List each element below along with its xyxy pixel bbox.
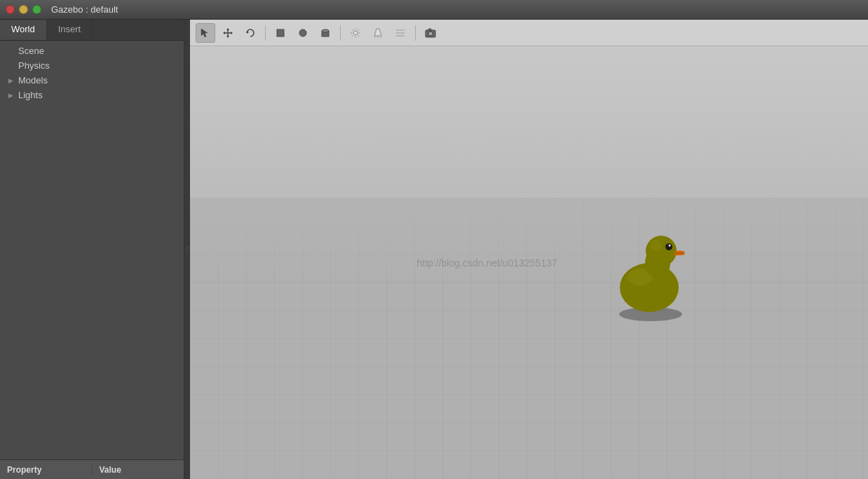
point-light-icon: [350, 27, 361, 39]
camera-icon: [425, 27, 436, 39]
window-title: Gazebo : default: [51, 4, 118, 15]
rotate-icon: [245, 27, 256, 39]
svg-rect-8: [277, 29, 284, 36]
cylinder-tool-button[interactable]: [316, 23, 335, 43]
scene-label: Scene: [18, 46, 44, 56]
grid-svg: [190, 198, 868, 479]
ground-plane: [190, 198, 868, 479]
models-label: Models: [18, 75, 48, 86]
property-bar: Property Value: [0, 459, 184, 479]
box-icon: [275, 27, 286, 39]
lights-arrow: ▶: [8, 92, 15, 99]
select-tool-button[interactable]: [196, 23, 215, 43]
duck-svg: [595, 210, 707, 323]
tab-world[interactable]: World: [0, 20, 47, 40]
svg-marker-7: [247, 31, 249, 34]
tree-item-lights[interactable]: ▶ Lights: [0, 88, 184, 102]
point-light-button[interactable]: [346, 23, 365, 43]
tab-bar: World Insert: [0, 20, 184, 41]
property-col-header: Property: [0, 465, 92, 475]
svg-point-29: [428, 32, 433, 36]
scene-3d[interactable]: http://blog.csdn.net/u013255137: [190, 46, 868, 479]
svg-point-9: [299, 29, 306, 36]
toolbar: [190, 20, 868, 46]
svg-line-24: [381, 36, 381, 38]
tree-panel: Scene Physics ▶ Models ▶ Lights: [0, 41, 184, 459]
tree-item-physics[interactable]: Physics: [0, 58, 184, 73]
svg-marker-6: [231, 32, 233, 34]
close-button[interactable]: [6, 5, 15, 14]
window-controls[interactable]: [6, 5, 41, 14]
screenshot-button[interactable]: [421, 23, 440, 43]
rotate-tool-button[interactable]: [240, 23, 260, 43]
resize-handle[interactable]: ⋮: [184, 20, 190, 479]
toolbar-sep-1: [265, 25, 266, 41]
maximize-button[interactable]: [32, 5, 41, 14]
translate-tool-button[interactable]: [218, 23, 238, 43]
box-tool-button[interactable]: [271, 23, 290, 43]
tab-insert[interactable]: Insert: [47, 20, 93, 40]
titlebar: Gazebo : default: [0, 0, 868, 20]
sphere-tool-button[interactable]: [293, 23, 313, 43]
spot-light-button[interactable]: [368, 23, 388, 43]
viewport: http://blog.csdn.net/u013255137: [190, 20, 868, 479]
value-col-header: Value: [92, 465, 184, 475]
svg-marker-0: [201, 29, 208, 37]
models-arrow: ▶: [8, 77, 15, 84]
left-panel: World Insert Scene Physics ▶ Models ▶ Li…: [0, 20, 184, 479]
svg-line-18: [358, 35, 360, 36]
svg-point-11: [322, 29, 329, 32]
svg-rect-33: [190, 198, 868, 282]
toolbar-sep-2: [340, 25, 341, 41]
duck-eye-highlight: [669, 245, 671, 247]
svg-line-20: [352, 35, 353, 36]
move-icon: [222, 27, 233, 39]
minimize-button[interactable]: [19, 5, 28, 14]
svg-rect-30: [428, 29, 431, 31]
duck-head-highlight: [651, 240, 662, 251]
cursor-icon: [200, 27, 211, 39]
toolbar-sep-3: [415, 25, 416, 41]
svg-line-19: [358, 29, 360, 31]
lights-label: Lights: [18, 90, 43, 100]
duck-head: [646, 236, 677, 267]
dir-light-button[interactable]: [391, 23, 410, 43]
tree-item-models[interactable]: ▶ Models: [0, 73, 184, 88]
tree-item-scene[interactable]: Scene: [0, 43, 184, 58]
sphere-icon: [297, 27, 308, 39]
cylinder-icon: [320, 27, 331, 39]
svg-marker-3: [226, 28, 229, 30]
duck-eye: [665, 243, 672, 250]
svg-line-23: [374, 36, 375, 38]
svg-point-12: [353, 31, 358, 35]
svg-marker-21: [374, 29, 381, 36]
dir-light-icon: [395, 27, 406, 39]
svg-line-17: [352, 29, 353, 31]
physics-label: Physics: [18, 60, 50, 71]
svg-marker-5: [223, 32, 225, 34]
svg-marker-4: [226, 36, 229, 38]
spot-light-icon: [372, 27, 384, 39]
duck-model: [595, 210, 707, 323]
main-layout: World Insert Scene Physics ▶ Models ▶ Li…: [0, 20, 868, 479]
